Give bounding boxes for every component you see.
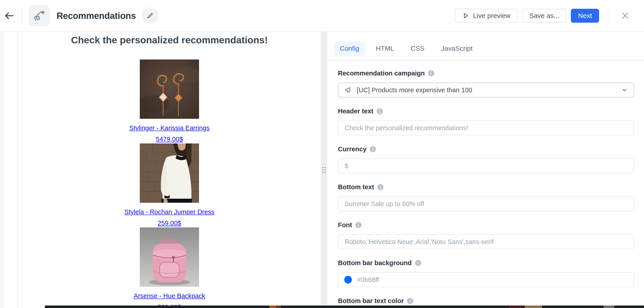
field-label: Font <box>338 221 352 229</box>
config-panel: Config HTML CSS JavaScript Recommendatio… <box>327 32 644 308</box>
field-label: Bottom bar text color <box>338 297 404 305</box>
info-icon[interactable] <box>378 184 384 190</box>
tab-css[interactable]: CSS <box>405 41 430 56</box>
live-preview-label: Live preview <box>473 12 510 20</box>
product-image-jumper-dress[interactable] <box>140 143 199 203</box>
info-icon[interactable] <box>407 298 413 304</box>
tab-javascript[interactable]: JavaScript <box>435 41 478 56</box>
rename-button[interactable] <box>142 8 158 24</box>
preview-header-text: Check the personalized recommendations! <box>71 35 268 46</box>
color-swatch[interactable] <box>344 276 352 283</box>
close-divider <box>609 9 610 23</box>
template-type-badge <box>29 5 50 26</box>
field-label: Bottom text <box>338 183 374 191</box>
product-card: Stylinger - Karissia Earrings 5479.00$ <box>129 60 210 143</box>
field-bottom-bar-background: Bottom bar background <box>338 259 634 287</box>
panel-splitter <box>321 32 327 308</box>
field-label: Currency <box>338 145 366 153</box>
info-icon[interactable] <box>415 260 421 266</box>
info-icon[interactable] <box>377 108 383 114</box>
product-name-link[interactable]: Arsense - Hue Backpack <box>134 292 205 299</box>
selected-campaign: [UC] Products more expensive than 100 <box>357 86 621 94</box>
product-image-earrings[interactable] <box>140 60 199 119</box>
product-name-link[interactable]: Stylela - Rochan Jumper Dress <box>124 209 214 215</box>
workflow-pencil-icon <box>33 10 46 22</box>
save-as-label: Save as... <box>529 12 559 20</box>
topbar-divider <box>22 7 22 24</box>
currency-input[interactable] <box>344 162 628 170</box>
dock-strip <box>45 305 644 308</box>
field-label: Bottom bar background <box>338 259 412 267</box>
drag-handle-icon[interactable] <box>322 166 326 174</box>
left-rail <box>0 32 18 308</box>
product-image-backpack[interactable] <box>140 227 199 287</box>
next-button[interactable]: Next <box>571 9 599 23</box>
next-label: Next <box>578 12 592 20</box>
field-header-text: Header text <box>338 108 634 135</box>
info-icon[interactable] <box>356 222 362 228</box>
field-currency: Currency <box>338 145 634 173</box>
field-label: Header text <box>338 108 374 115</box>
back-arrow-icon <box>4 10 14 21</box>
header-text-input[interactable] <box>344 124 628 132</box>
font-input[interactable] <box>344 238 628 246</box>
info-icon[interactable] <box>370 146 376 152</box>
chevron-down-icon <box>621 87 628 93</box>
recommendation-campaign-select[interactable]: [UC] Products more expensive than 100 <box>338 83 634 97</box>
page-title: Recommendations <box>56 11 136 21</box>
product-card: Stylela - Rochan Jumper Dress 259.00$ <box>124 143 214 226</box>
field-bottom-text: Bottom text <box>338 183 634 211</box>
tab-config[interactable]: Config <box>334 41 365 56</box>
top-bar: Recommendations Live preview Save as... … <box>0 0 644 32</box>
info-icon[interactable] <box>428 70 434 76</box>
live-preview-button[interactable]: Live preview <box>454 9 518 23</box>
recommendation-product-list: Stylinger - Karissia Earrings 5479.00$ <box>124 60 214 308</box>
config-form: Recommendation campaign [UC] Products mo… <box>327 61 644 308</box>
back-button[interactable] <box>0 0 18 32</box>
save-as-button[interactable]: Save as... <box>522 9 566 23</box>
product-name-link[interactable]: Stylinger - Karissia Earrings <box>129 125 210 131</box>
editor-tabs: Config HTML CSS JavaScript <box>327 32 644 56</box>
product-price-link[interactable]: 259.00$ <box>158 220 181 226</box>
close-button[interactable] <box>618 9 632 23</box>
field-font: Font <box>338 221 634 249</box>
product-price-link[interactable]: 5479.00$ <box>156 136 183 143</box>
product-card: Arsense - Hue Backpack 529.00$ <box>134 227 205 308</box>
edit-pencil-icon <box>146 12 154 19</box>
bottom-text-input[interactable] <box>344 200 628 208</box>
play-icon <box>462 12 470 20</box>
close-icon <box>620 11 630 21</box>
tab-html[interactable]: HTML <box>370 41 400 56</box>
field-label: Recommendation campaign <box>338 70 425 77</box>
megaphone-icon <box>344 86 352 94</box>
template-preview-panel: Check the personalized recommendations! <box>18 32 321 308</box>
field-recommendation-campaign: Recommendation campaign [UC] Products mo… <box>338 70 634 97</box>
bottom-bar-background-input[interactable] <box>357 276 628 284</box>
